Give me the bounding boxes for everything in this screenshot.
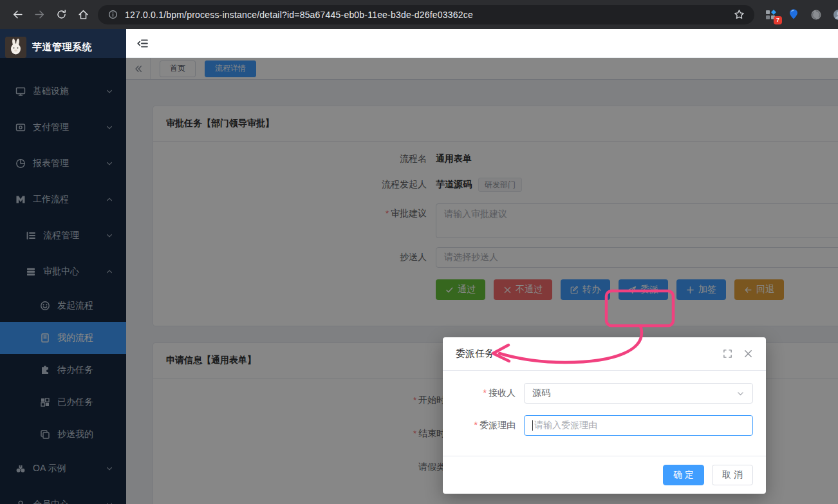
confirm-button[interactable]: 确 定 bbox=[663, 465, 704, 485]
receiver-label: *接收人 bbox=[456, 387, 516, 399]
reason-input[interactable]: 请输入委派理由 bbox=[524, 415, 753, 436]
dialog-header: 委派任务 bbox=[443, 337, 766, 371]
reason-placeholder: 请输入委派理由 bbox=[534, 420, 597, 431]
reason-label: *委派理由 bbox=[456, 420, 516, 431]
fold-icon[interactable] bbox=[135, 36, 149, 50]
ext-disc-icon[interactable] bbox=[808, 7, 824, 23]
chevron-down-icon bbox=[736, 389, 745, 398]
address-bar[interactable]: 127.0.0.1/bpm/process-instance/detail?id… bbox=[98, 5, 754, 24]
text-cursor bbox=[532, 420, 533, 431]
extension-badge: 7 bbox=[774, 16, 782, 24]
reload-icon[interactable] bbox=[50, 4, 72, 26]
ext-balloon-icon[interactable] bbox=[786, 7, 801, 23]
url-text[interactable]: 127.0.0.1/bpm/process-instance/detail?id… bbox=[125, 10, 731, 20]
browser-toolbar: 127.0.0.1/bpm/process-instance/detail?id… bbox=[0, 0, 838, 29]
extensions-tray: 72 bbox=[763, 7, 838, 23]
dialog-body: *接收人 源码 *委派理由 请输入委派理由 bbox=[443, 371, 766, 456]
screenshot-root: 127.0.0.1/bpm/process-instance/detail?id… bbox=[0, 0, 838, 504]
close-icon[interactable] bbox=[743, 349, 753, 359]
forward-arrow-icon[interactable] bbox=[28, 4, 50, 26]
home-icon[interactable] bbox=[72, 4, 94, 26]
top-navbar bbox=[126, 29, 838, 58]
cancel-button[interactable]: 取 消 bbox=[712, 465, 753, 485]
ext-blocker-icon[interactable]: 7 bbox=[763, 7, 779, 23]
bookmark-star-icon[interactable] bbox=[731, 7, 747, 23]
fullscreen-icon[interactable] bbox=[722, 349, 732, 359]
back-arrow-icon[interactable] bbox=[6, 4, 28, 26]
rabbit-logo-icon bbox=[5, 37, 26, 58]
receiver-value: 源码 bbox=[532, 387, 550, 399]
dialog-title: 委派任务 bbox=[456, 348, 494, 360]
receiver-select[interactable]: 源码 bbox=[524, 383, 753, 404]
info-icon[interactable] bbox=[106, 8, 120, 22]
profile-avatar-icon[interactable]: 2 bbox=[831, 7, 838, 23]
app-title: 芋道管理系统 bbox=[32, 41, 92, 53]
delegate-task-dialog: 委派任务 *接收人 源码 *委派理由 请输入委派理由 bbox=[443, 337, 766, 494]
dialog-footer: 确 定 取 消 bbox=[443, 456, 766, 494]
